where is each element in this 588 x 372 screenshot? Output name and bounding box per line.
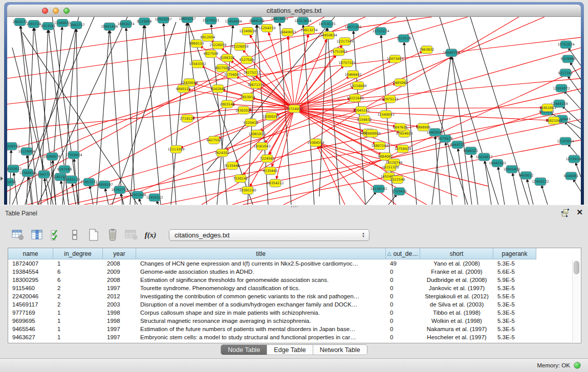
table-cell[interactable]: Embryonic stem cells: a model to study s…	[136, 333, 386, 341]
network-node[interactable]: 16845303	[489, 159, 506, 167]
table-cell[interactable]: 2008	[103, 276, 136, 284]
column-header-year[interactable]: year	[103, 248, 136, 259]
table-cell[interactable]: Nakamura et al. (1997)	[420, 325, 493, 333]
table-cell[interactable]: Disruption of a novel member of a sodium…	[136, 300, 386, 309]
memory-status-indicator[interactable]	[574, 362, 581, 369]
network-node[interactable]: 10553287	[155, 17, 171, 24]
table-cell[interactable]: Estimation of the future numbers of pati…	[136, 325, 386, 333]
row-height-icon[interactable]	[67, 227, 82, 243]
network-node[interactable]: 14136141	[370, 185, 387, 192]
function-builder-icon[interactable]: f(x)	[143, 227, 158, 243]
table-cell[interactable]: 1997	[103, 284, 136, 292]
network-node[interactable]: 23226058	[209, 41, 226, 49]
network-node[interactable]: 8466160	[250, 17, 265, 25]
network-node[interactable]: 12240638	[239, 28, 256, 35]
network-node[interactable]: 9135446	[225, 162, 240, 169]
network-node[interactable]: 9246081	[564, 172, 579, 180]
network-node[interactable]: 1697626	[393, 123, 408, 131]
table-scrollbar-thumb[interactable]	[574, 261, 579, 274]
column-header-name[interactable]: name	[8, 248, 53, 259]
table-cell[interactable]: 5.3E-5	[493, 284, 536, 292]
table-cell[interactable]: Structural magnetic resonance image aver…	[136, 317, 386, 325]
table-cell[interactable]: Investigating the contribution of common…	[136, 292, 386, 300]
table-cell[interactable]: 2009	[103, 268, 136, 276]
table-cell[interactable]: 1997	[103, 333, 136, 341]
column-header-pagerank[interactable]: pagerank	[493, 248, 536, 259]
network-node[interactable]: 10995412	[503, 165, 520, 173]
network-node[interactable]: 10973493	[386, 55, 403, 63]
table-cell[interactable]: 1997	[103, 325, 136, 333]
network-node[interactable]: 12923446	[129, 191, 146, 199]
network-node[interactable]: 9127509	[239, 56, 254, 64]
network-node[interactable]: 18807249	[371, 142, 388, 149]
network-node[interactable]: 7224563	[260, 155, 275, 162]
table-cell[interactable]: Genome-wide association studies in ADHD.	[136, 268, 386, 276]
table-cell[interactable]: 18300295	[8, 276, 53, 284]
network-node[interactable]: 22045161	[353, 106, 369, 114]
network-node[interactable]: 2718129	[180, 115, 195, 122]
table-row[interactable]: 969969511998Structural magnetic resonanc…	[8, 317, 581, 325]
column-header-title[interactable]: title	[136, 248, 386, 259]
network-node[interactable]: 12450122	[532, 178, 549, 185]
table-cell[interactable]: 0	[386, 325, 420, 333]
delete-column-icon[interactable]	[105, 227, 120, 243]
table-row[interactable]: 1456911722003Disruption of a novel membe…	[8, 300, 581, 309]
network-node[interactable]: 12213389	[167, 145, 184, 153]
network-node[interactable]: 2055724	[27, 20, 41, 28]
table-cell[interactable]: 1	[53, 333, 103, 341]
table-cell[interactable]: 2003	[103, 300, 136, 309]
network-node[interactable]: 12103954	[557, 137, 574, 145]
table-cell[interactable]: 5.5E-5	[493, 292, 536, 300]
table-cell[interactable]: Jankovic et al. (1997)	[420, 284, 493, 292]
table-cell[interactable]: 2	[53, 300, 103, 309]
network-node[interactable]: 9220418	[244, 119, 258, 126]
table-cell[interactable]: 9777169	[8, 309, 53, 317]
table-cell[interactable]: 0	[386, 309, 420, 317]
network-node[interactable]: 12093872	[553, 84, 570, 92]
table-cell[interactable]: 1	[53, 259, 103, 268]
network-node[interactable]: 8912954	[201, 34, 215, 41]
network-node[interactable]: 7485063	[393, 79, 408, 86]
network-node[interactable]: 16649053	[279, 29, 296, 36]
network-node[interactable]: 18757105	[338, 59, 355, 67]
network-node[interactable]: 9890123	[176, 85, 191, 93]
network-node[interactable]: 9227342	[558, 69, 573, 77]
network-node[interactable]: 2803144	[220, 100, 235, 108]
delete-table-icon[interactable]	[124, 227, 139, 243]
network-node[interactable]: 9242848	[211, 85, 226, 93]
table-cell[interactable]: Changes of HCN gene expression and I(f) …	[136, 259, 386, 268]
network-window-titlebar[interactable]: citations_edges.txt	[7, 5, 581, 17]
table-cell[interactable]: Estimation of significance thresholds fo…	[136, 276, 386, 284]
table-row[interactable]: 946362711997Embryonic stem cells: a mode…	[8, 333, 581, 341]
table-cell[interactable]: 9463627	[8, 333, 53, 341]
table-cell[interactable]: 6	[53, 268, 103, 276]
network-node[interactable]: 8427552	[207, 136, 222, 144]
table-cell[interactable]: 5.3E-5	[493, 300, 536, 309]
table-cell[interactable]: 0	[386, 300, 420, 309]
select-columns-icon[interactable]	[48, 227, 63, 243]
table-row[interactable]: 1872400712008Changes of HCN gene express…	[8, 259, 581, 268]
network-node[interactable]: 12217349	[336, 38, 353, 46]
network-node[interactable]: 17359924	[65, 151, 82, 159]
network-node[interactable]: 2522549	[390, 176, 405, 183]
table-selector-dropdown[interactable]: citations_edges.txt ▲▼	[169, 229, 369, 241]
table-cell[interactable]: 2012	[103, 292, 136, 300]
table-cell[interactable]: 1	[53, 309, 103, 317]
table-cell[interactable]: 0	[386, 284, 420, 292]
table-cell[interactable]: 5.3E-5	[493, 333, 536, 341]
column-header-out_de[interactable]: △out_de…	[386, 248, 420, 259]
table-cell[interactable]: 5.3E-5	[493, 317, 536, 325]
table-cell[interactable]: 0	[386, 333, 420, 341]
table-cell[interactable]: 9699695	[8, 317, 53, 325]
network-node[interactable]: 15751863	[330, 48, 347, 56]
table-cell[interactable]: 6	[53, 276, 103, 284]
network-node[interactable]: 9827508	[215, 64, 230, 72]
network-node[interactable]: 9450012	[519, 171, 534, 179]
table-row[interactable]: 946554611997Estimation of the future num…	[8, 325, 581, 333]
tab-edge-table[interactable]: Edge Table	[267, 345, 313, 355]
table-cell[interactable]: 2	[53, 284, 103, 292]
table-cell[interactable]: 1	[53, 317, 103, 325]
network-node[interactable]: 20691406	[101, 23, 118, 31]
table-cell[interactable]: 2	[53, 292, 103, 300]
close-panel-icon[interactable]: ✕	[576, 208, 583, 217]
